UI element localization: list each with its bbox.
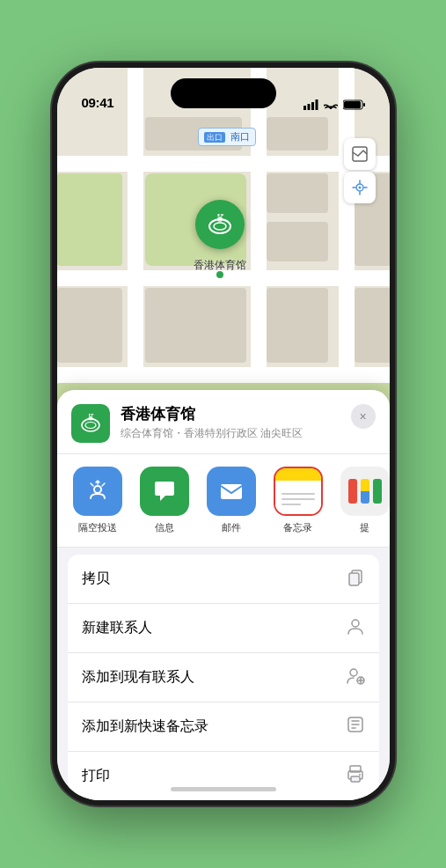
airdrop-label: 隔空投送 (78, 521, 117, 534)
add-existing-icon (346, 666, 365, 689)
home-indicator (171, 787, 276, 791)
status-icons (303, 99, 365, 110)
action-print[interactable]: 打印 (68, 752, 379, 800)
more-icon (340, 467, 390, 516)
svg-point-9 (358, 187, 361, 189)
svg-point-25 (350, 669, 357, 676)
copy-icon (346, 567, 365, 591)
svg-point-33 (359, 774, 361, 776)
svg-rect-21 (221, 484, 242, 499)
map-south-exit-label: 出口 南口 (198, 128, 256, 146)
action-add-notes[interactable]: 添加到新快速备忘录 (68, 702, 379, 752)
action-add-existing[interactable]: 添加到现有联系人 (68, 653, 379, 702)
action-new-contact[interactable]: 新建联系人 (68, 604, 379, 653)
action-copy[interactable]: 拷贝 (68, 555, 379, 604)
bottom-sheet: 香港体育馆 综合体育馆・香港特别行政区 油尖旺区 × (57, 390, 390, 800)
svg-point-11 (214, 223, 226, 230)
share-item-message[interactable]: 信息 (138, 467, 191, 534)
svg-rect-3 (315, 99, 318, 110)
svg-rect-0 (303, 106, 306, 110)
add-existing-label: 添加到现有联系人 (82, 668, 194, 687)
status-time: 09:41 (82, 95, 114, 110)
phone-screen: 09:41 (57, 68, 390, 800)
share-item-notes[interactable]: 备忘录 (272, 467, 325, 534)
add-notes-icon (346, 715, 365, 739)
location-button[interactable] (344, 172, 376, 203)
message-label: 信息 (155, 521, 174, 534)
svg-point-17 (88, 416, 92, 421)
venue-header: 香港体育馆 综合体育馆・香港特别行政区 油尖旺区 × (57, 390, 390, 454)
svg-rect-5 (344, 101, 361, 108)
copy-label: 拷贝 (82, 570, 110, 588)
venue-info: 香港体育馆 综合体育馆・香港特别行政区 油尖旺区 (121, 404, 340, 441)
svg-rect-1 (307, 104, 310, 110)
share-item-airdrop[interactable]: 隔空投送 (71, 467, 124, 534)
notes-label: 备忘录 (283, 521, 312, 534)
message-icon (140, 467, 189, 516)
svg-point-24 (352, 620, 359, 627)
signal-icon (303, 99, 318, 110)
share-item-mail[interactable]: 邮件 (205, 467, 258, 534)
print-icon (346, 764, 365, 788)
svg-point-20 (94, 486, 101, 493)
action-list: 拷贝 新建联系人 (68, 555, 379, 800)
venue-name: 香港体育馆 (121, 404, 340, 424)
battery-icon (343, 99, 365, 110)
svg-rect-2 (311, 102, 314, 110)
new-contact-label: 新建联系人 (82, 619, 152, 637)
svg-point-12 (217, 217, 223, 222)
svg-rect-6 (363, 103, 365, 107)
phone-frame: 09:41 (52, 63, 395, 805)
print-label: 打印 (82, 767, 110, 785)
map-controls[interactable] (344, 138, 376, 203)
share-row: 隔空投送 信息 (57, 454, 390, 548)
mail-label: 邮件 (222, 521, 241, 534)
svg-rect-32 (351, 776, 360, 782)
map-type-button[interactable] (344, 138, 376, 170)
airdrop-icon (73, 467, 122, 516)
notes-icon (274, 467, 323, 516)
close-button[interactable]: × (351, 404, 376, 429)
stadium-pin: 香港体育馆 (194, 200, 246, 273)
wifi-icon (324, 99, 338, 110)
venue-icon (71, 404, 110, 443)
mail-icon (207, 467, 256, 516)
svg-rect-23 (349, 573, 359, 585)
venue-subtitle: 综合体育馆・香港特别行政区 油尖旺区 (121, 426, 340, 441)
add-notes-label: 添加到新快速备忘录 (82, 717, 208, 736)
svg-point-16 (85, 423, 96, 429)
dynamic-island (171, 78, 276, 108)
share-item-more[interactable]: 提 (339, 467, 390, 534)
new-contact-icon (346, 616, 365, 640)
more-label: 提 (360, 521, 369, 534)
